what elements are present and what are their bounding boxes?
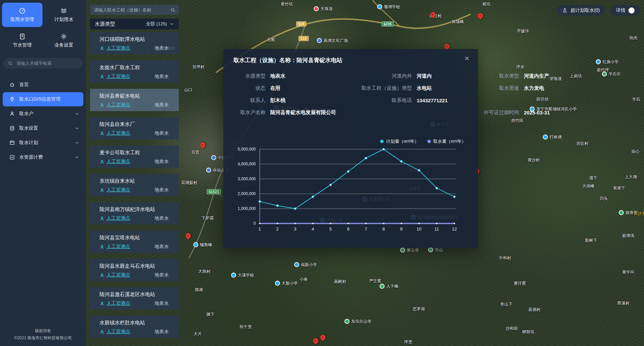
close-icon[interactable]: × — [465, 54, 469, 62]
map-label-text: 石船 — [267, 37, 275, 43]
sidebar-item-pin[interactable]: 取水口GIS信息管理 — [3, 92, 83, 106]
chevron-down-icon — [75, 140, 79, 145]
chevron-down-icon — [75, 111, 79, 116]
map-label-text: 坪水 — [516, 64, 524, 70]
map-label-text: 凹头 — [600, 196, 608, 202]
sidebar-search[interactable] — [3, 58, 83, 69]
map-label-text: 大溪学校 — [238, 272, 254, 278]
manual-monitor-link[interactable]: 人工监测点 — [100, 45, 130, 51]
y-tick-label: 4,000,000 — [238, 162, 256, 166]
facility-search[interactable] — [90, 5, 179, 15]
person-icon — [100, 188, 105, 193]
map-label: 田仔伏 — [536, 97, 549, 102]
y-tick-label: 2,000,000 — [238, 191, 256, 196]
water-source-type: 地表水 — [155, 187, 169, 193]
map-label: 甘坪村 — [192, 64, 204, 70]
user-icon — [9, 111, 15, 116]
field-value: 河道内 — [417, 73, 458, 79]
map-label-text: 中和村 — [499, 255, 511, 261]
y-tick-label: 3,000,000 — [238, 177, 256, 181]
water-source-type: 地表水 — [155, 159, 169, 165]
module-waves[interactable]: 计划用水 — [44, 3, 84, 27]
facility-search-input[interactable] — [93, 7, 170, 13]
sidebar-search-input[interactable] — [16, 60, 78, 66]
legend-item[interactable]: 计划量（m³/年） — [380, 138, 419, 144]
map-label-text: 溜下 — [589, 175, 597, 181]
copyright: 版权所有 ©2021 珠海市仁智科技有限公司 — [0, 327, 86, 346]
map-label-text: 芋陂洋 — [517, 28, 529, 34]
sidebar-item-home[interactable]: 首页 — [3, 78, 83, 92]
list-item[interactable]: 陆河县自来水厂 人工监测点 地表水 — [90, 117, 179, 139]
map-label: 红旗小学 — [596, 59, 619, 65]
list-item[interactable]: 陆河县青碇水电站 人工监测点 地表水 — [90, 89, 179, 111]
map-label: 赤竹田 — [511, 118, 523, 124]
list-item[interactable]: 友能水厂取水工程 人工监测点 地表水 — [90, 60, 179, 83]
map-label: 老屋下 — [613, 185, 625, 191]
legend-item[interactable]: 取水量（m³/年） — [427, 138, 466, 144]
filter-value: 全部 (125) — [146, 21, 167, 27]
facility-name: 水唇镇水栏肚水电站 — [100, 319, 173, 326]
person-icon — [100, 216, 105, 221]
toggle-knob[interactable] — [628, 7, 635, 14]
module-gauge[interactable]: 取用水管理 — [2, 3, 43, 27]
plan-icon — [9, 140, 15, 145]
database-icon — [9, 126, 15, 131]
person-icon — [100, 103, 105, 108]
map-label: 溜下 — [589, 175, 597, 181]
manual-monitor-link[interactable]: 人工监测点 — [100, 102, 130, 108]
person-icon — [100, 273, 105, 278]
manual-monitor-link[interactable]: 人工监测点 — [100, 215, 130, 221]
sidebar-item-database[interactable]: 取水设置 — [3, 121, 83, 135]
list-item[interactable]: 水唇镇水栏肚水电站 人工监测点 地表水 — [90, 316, 179, 338]
manual-monitor-link[interactable]: 人工监测点 — [100, 187, 130, 193]
manual-monitor-link[interactable]: 人工监测点 — [100, 300, 130, 307]
sidebar-item-label: 首页 — [19, 82, 29, 88]
sidebar-item-label: 取水户 — [19, 111, 33, 117]
map-label-text: 田仔伏 — [536, 97, 549, 102]
list-item[interactable]: 陆河县南万镇杞洋水电站 人工监测点 地表水 — [90, 202, 179, 224]
y-tick-label: 0 — [253, 221, 256, 226]
list-item[interactable]: 麦卡公司取水工程 人工监测点 地表水 — [90, 145, 179, 168]
list-item[interactable]: 东坑镇自来水站 人工监测点 地表水 — [90, 174, 179, 196]
over-plan-intake-button[interactable]: 超计划取水(0) — [557, 5, 605, 16]
list-item[interactable]: 陆河县水唇走马石水电站 人工监测点 地表水 — [90, 259, 179, 281]
module-gear[interactable]: 业务设置 — [44, 28, 84, 53]
field-value: 在用 — [270, 85, 324, 91]
sidebar-item-plan[interactable]: 取水计划 — [3, 136, 83, 150]
field-label: 水源类型 — [233, 73, 265, 79]
source-type-filter[interactable]: 水源类型 全部 (125) — [90, 19, 179, 29]
manual-monitor-link[interactable]: 人工监测点 — [100, 159, 130, 165]
chart-y-axis: 01,000,0002,000,0003,000,0004,000,0005,0… — [233, 148, 258, 224]
map-label-text: 人子峰 — [386, 284, 398, 289]
scenic-marker-icon — [380, 284, 385, 289]
list-item[interactable]: 河口镇唱歌潭水电站 人工监测点 地表水 — [90, 32, 179, 54]
manual-monitor-link[interactable]: 人工监测点 — [100, 244, 130, 250]
module-doc[interactable]: 节水管理 — [2, 28, 43, 53]
map-label-text: 高树村 — [334, 279, 346, 285]
y-tick-label: 1,000,000 — [238, 206, 256, 211]
map-label-text: 大新小学 — [282, 281, 298, 286]
scenic-marker-icon — [602, 72, 607, 77]
gauge-icon — [19, 7, 26, 14]
map-label: 黄沙村 — [528, 157, 540, 163]
map-label-text: 打铁塘 — [550, 134, 562, 140]
list-item[interactable]: 陆河县激石溪老区水电站 人工监测点 地表水 — [90, 287, 179, 310]
sidebar-item-user[interactable]: 取水户 — [3, 107, 83, 121]
topbar: 超计划取水(0) 详情 — [557, 5, 640, 16]
map-label-text: 箭塘浅 — [622, 233, 634, 239]
manual-monitor-link[interactable]: 人工监测点 — [100, 272, 130, 278]
map-label: 箭塘浅 — [622, 233, 634, 239]
map-label: 陈屋 — [195, 287, 203, 293]
manual-monitor-link[interactable]: 人工监测点 — [100, 130, 130, 136]
poi-marker-icon — [317, 38, 322, 43]
map-label-text: 天珠顶 — [320, 6, 333, 12]
map-label-text: 青山下 — [500, 301, 512, 307]
scenic-marker-icon — [400, 248, 405, 253]
sidebar-item-billing[interactable]: 水资源计费 — [3, 150, 83, 164]
map-label-text: 沙和田 — [506, 326, 518, 331]
detail-toggle[interactable]: 详情 — [611, 5, 640, 16]
sidebar-item-label: 取水设置 — [19, 125, 38, 131]
manual-monitor-link[interactable]: 人工监测点 — [100, 74, 130, 80]
list-item[interactable]: 陆河县宝塔水电站 人工监测点 地表水 — [90, 231, 179, 253]
manual-monitor-link[interactable]: 人工监测点 — [100, 329, 130, 335]
